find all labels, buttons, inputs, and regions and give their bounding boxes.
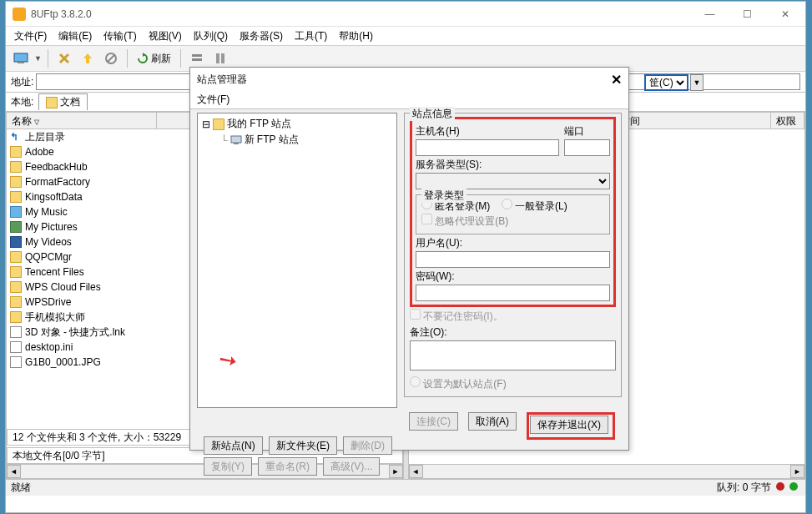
svg-rect-8: [231, 136, 241, 143]
pass-input[interactable]: [416, 285, 610, 301]
status-right: 队列: 0 字节: [717, 481, 800, 495]
connect-button[interactable]: 连接(C): [409, 412, 458, 431]
maximize-button[interactable]: ☐: [729, 3, 766, 26]
file-name: 3D 对象 - 快捷方式.lnk: [25, 325, 125, 340]
host-label: 主机名(H): [416, 124, 559, 139]
file-icon: [10, 326, 22, 338]
folder-icon: [10, 146, 22, 158]
stop-icon[interactable]: [101, 48, 121, 68]
newsite-button[interactable]: 新站点(N): [204, 436, 263, 455]
default-radio[interactable]: 设置为默认站点(F): [410, 376, 616, 391]
servertype-select[interactable]: [416, 173, 610, 189]
rename-button[interactable]: 重命名(R): [258, 457, 317, 476]
tree-root[interactable]: ⊟我的 FTP 站点: [200, 116, 394, 132]
dialog-close-button[interactable]: ✕: [611, 72, 622, 88]
remark-input[interactable]: [410, 340, 616, 370]
tree-child[interactable]: └新 FTP 站点: [219, 132, 394, 148]
computer-icon: [230, 135, 242, 145]
site-tree[interactable]: ⊟我的 FTP 站点 └新 FTP 站点: [197, 113, 397, 408]
minimize-button[interactable]: —: [691, 3, 729, 26]
pause-icon[interactable]: [210, 48, 230, 68]
cancel-button[interactable]: 取消(A): [468, 412, 517, 431]
menubar: 文件(F) 编辑(E) 传输(T) 视图(V) 队列(Q) 服务器(S) 工具(…: [6, 27, 805, 45]
file-name: Tencent Files: [25, 266, 84, 278]
connect-icon[interactable]: [11, 48, 31, 68]
file-name: WPS Cloud Files: [25, 281, 101, 293]
file-name: My Videos: [25, 236, 72, 248]
window-title: 8UFtp 3.8.2.0: [31, 8, 691, 20]
queue-icon[interactable]: [187, 48, 207, 68]
folder-icon: [10, 296, 22, 308]
right-combo: 筐(C) ▼: [644, 73, 704, 92]
menu-transfer[interactable]: 传输(T): [98, 28, 141, 45]
scrollbar-h[interactable]: ◄►: [409, 464, 805, 478]
file-name: FeedbackHub: [25, 161, 88, 173]
logintype-legend: 登录类型: [421, 189, 467, 203]
minus-icon: ⊟: [202, 118, 210, 130]
local-tab[interactable]: 文档: [38, 93, 88, 110]
port-label: 端口: [564, 124, 610, 139]
dialog-title: 站点管理器: [197, 73, 247, 87]
ignoreproxy-check[interactable]: 忽略代理设置(B): [421, 215, 508, 227]
svg-rect-6: [216, 53, 219, 63]
svg-rect-7: [221, 53, 224, 63]
site-details: 站点信息 主机名(H) 端口 服务器类型(S):: [404, 113, 622, 408]
menu-tool[interactable]: 工具(T): [290, 28, 332, 45]
disconnect-icon[interactable]: [54, 48, 74, 68]
music-icon: [10, 206, 22, 218]
saveexit-button[interactable]: 保存并退出(X): [530, 416, 608, 434]
menu-help[interactable]: 帮助(H): [334, 28, 378, 45]
folder-icon: [10, 176, 22, 188]
dialog-menu-file[interactable]: 文件(F): [197, 93, 229, 105]
file-name: Adobe: [25, 146, 54, 158]
up-icon: ↰: [10, 131, 22, 143]
vid-icon: [10, 236, 22, 248]
file-name: WPSDrive: [25, 296, 71, 308]
close-button[interactable]: ✕: [766, 3, 804, 26]
file-name: 手机模拟大师: [25, 310, 85, 325]
normal-radio[interactable]: 一般登录(L): [502, 200, 567, 212]
menu-server[interactable]: 服务器(S): [235, 28, 288, 45]
file-name: My Music: [25, 206, 68, 218]
remark-label: 备注(O):: [410, 325, 616, 340]
svg-rect-5: [192, 58, 202, 61]
led-green-icon: [789, 482, 798, 491]
file-name: G1B0_0001.JPG: [25, 356, 101, 368]
highlight-area: 主机名(H) 端口 服务器类型(S): 登录类型 匿名登录(M): [410, 117, 616, 307]
menu-view[interactable]: 视图(V): [144, 28, 187, 45]
host-input[interactable]: [416, 139, 559, 156]
basket-select[interactable]: 筐(C): [644, 74, 688, 91]
folder-icon: [10, 161, 22, 173]
col-name[interactable]: 名称 ▽: [7, 113, 157, 128]
window-controls: — ☐ ✕: [691, 3, 804, 26]
user-input[interactable]: [416, 251, 610, 268]
status-ready: 就绪: [11, 481, 31, 495]
site-info-legend: 站点信息: [410, 107, 455, 121]
reconnect-icon[interactable]: [78, 48, 98, 68]
col-perm[interactable]: 权限: [771, 113, 804, 128]
status-bar: 就绪 队列: 0 字节: [6, 479, 805, 496]
combo-dropdown-icon[interactable]: ▼: [690, 74, 704, 91]
advanced-button[interactable]: 高级(V)...: [323, 457, 380, 476]
user-label: 用户名(U):: [416, 236, 610, 250]
saveexit-highlight: 保存并退出(X): [527, 412, 615, 440]
file-icon: [10, 341, 22, 353]
pic-icon: [10, 221, 22, 233]
port-input[interactable]: [564, 139, 610, 156]
servertype-label: 服务器类型(S):: [416, 158, 610, 172]
led-red-icon: [776, 482, 784, 491]
menu-edit[interactable]: 编辑(E): [53, 28, 97, 45]
site-manager-dialog: 站点管理器 ✕ 文件(F) ⊟我的 FTP 站点 └新 FTP 站点 站点信息 …: [189, 67, 629, 451]
svg-rect-4: [192, 54, 202, 57]
dropdown-icon[interactable]: ▼: [34, 54, 42, 63]
copy-button[interactable]: 复制(Y): [204, 457, 252, 476]
folder-icon: [10, 191, 22, 203]
menu-file[interactable]: 文件(F): [9, 28, 52, 45]
folder-icon: [213, 118, 224, 130]
folder-icon: [10, 266, 22, 278]
file-name: QQPCMgr: [25, 251, 72, 263]
file-name: KingsoftData: [25, 191, 83, 203]
menu-queue[interactable]: 队列(Q): [189, 28, 233, 45]
noremember-check: 不要记住密码(I)。: [410, 309, 616, 324]
refresh-button[interactable]: 刷新: [134, 48, 174, 68]
